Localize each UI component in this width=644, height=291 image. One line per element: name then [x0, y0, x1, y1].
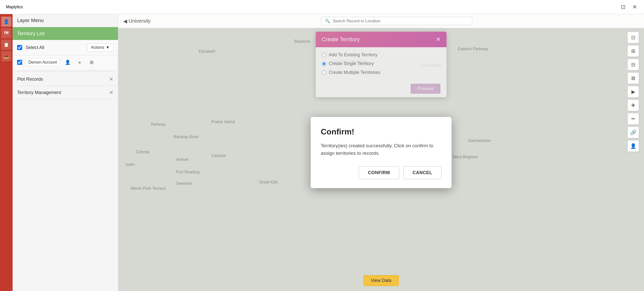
layer-menu-header: Layer Menu — [13, 14, 118, 27]
actions-button[interactable]: Actions ▼ — [87, 43, 113, 52]
app-title: Maplytics — [6, 5, 23, 9]
map-right-toolbar: ⊡ ⊞ ⊟ ⊠ ▶ + − 🔗 👤 — [627, 32, 639, 152]
actions-chevron-icon: ▼ — [106, 45, 110, 50]
actions-label: Actions — [91, 45, 104, 50]
select-all-label: Select All — [26, 45, 84, 50]
plot-records-close-button[interactable]: ✕ — [109, 76, 113, 82]
map-zoom-fit-button[interactable]: ⊡ — [627, 32, 639, 43]
map-tool-btn-3[interactable]: ⊠ — [627, 72, 639, 84]
confirm-message: Territory(ies) created successfully. Cli… — [321, 142, 441, 157]
map-toolbar: ◀ University 🔍 — [118, 14, 644, 28]
ct-create-multiple-radio[interactable] — [322, 70, 326, 75]
resize-button[interactable]: ⊡ — [620, 3, 626, 11]
sidebar-icon-download[interactable]: 📥 — [1, 51, 11, 61]
account-territory-icon-btn[interactable]: ⊞ — [87, 58, 96, 67]
titlebar-controls: ⊡ ✕ — [620, 3, 638, 11]
ct-add-existing-radio[interactable] — [322, 53, 326, 57]
map-area[interactable]: Bayonne Elizabeth Upper New York Bay Rah… — [118, 14, 644, 291]
map-tool-btn-1[interactable]: ⊞ — [627, 45, 639, 57]
back-arrow-icon: ◀ — [123, 18, 127, 24]
account-marker-icon-btn[interactable]: ● — [75, 58, 84, 67]
ct-proceed-button[interactable]: Proceed — [411, 84, 440, 94]
territory-list-label: Territory List — [17, 31, 45, 36]
ct-close-button[interactable]: ✕ — [436, 36, 440, 43]
territory-list-header: Territory List — [13, 27, 118, 40]
confirm-buttons: CONFIRM CANCEL — [321, 166, 441, 179]
main-area: 👤 🗺 📋 📥 Layer Menu Territory List Select… — [0, 14, 644, 291]
account-row: Demon Account 👤 ● ⊞ — [13, 55, 118, 69]
confirm-title: Confirm! — [321, 127, 441, 136]
search-icon: 🔍 — [325, 19, 330, 23]
ct-create-single-label: Create Single Territory — [329, 61, 374, 66]
create-territory-modal: Create Territory ✕ Add To Existing Terri… — [316, 32, 447, 97]
bottom-banner-label: View Data — [371, 278, 391, 283]
ct-option-add-existing: Add To Existing Territory — [322, 52, 440, 58]
ct-body: Add To Existing Territory Create Single … — [316, 47, 447, 80]
account-checkbox[interactable] — [17, 60, 22, 65]
ct-title: Create Territory — [322, 36, 360, 43]
ct-header: Create Territory ✕ — [316, 32, 447, 47]
select-all-checkbox[interactable] — [17, 45, 22, 50]
map-person-button[interactable]: 👤 — [627, 140, 639, 152]
map-zoom-in-button[interactable]: + — [627, 100, 639, 111]
map-zoom-out-button[interactable]: − — [627, 113, 639, 125]
cancel-button[interactable]: CANCEL — [403, 166, 441, 179]
map-link-button[interactable]: 🔗 — [627, 127, 639, 138]
ct-create-multiple-label: Create Multiple Territories — [329, 70, 380, 75]
account-person-icon-btn[interactable]: 👤 — [63, 58, 72, 67]
ct-option-create-multiple: Create Multiple Territories — [322, 70, 440, 75]
back-label: University — [129, 18, 151, 24]
map-search-bar[interactable]: 🔍 — [321, 17, 472, 25]
ct-add-existing-label: Add To Existing Territory — [329, 52, 377, 58]
sidebar-icon-list[interactable]: 📋 — [1, 40, 11, 50]
close-button[interactable]: ✕ — [631, 3, 638, 11]
titlebar: Maplytics ⊡ ✕ — [0, 0, 644, 14]
map-tool-btn-4[interactable]: ▶ — [627, 86, 639, 98]
map-bottom-banner[interactable]: View Data — [364, 275, 399, 286]
panel-divider — [17, 71, 113, 71]
layer-menu-label: Layer Menu — [17, 18, 44, 23]
confirm-button[interactable]: CONFIRM — [359, 166, 399, 179]
map-tool-btn-2[interactable]: ⊟ — [627, 59, 639, 70]
sidebar-icon-person[interactable]: 👤 — [1, 17, 11, 27]
territory-management-section: Territory Management ✕ — [13, 86, 118, 99]
territory-management-label: Territory Management — [17, 90, 61, 95]
plot-records-section: Plot Records ✕ — [13, 73, 118, 86]
ct-footer: Proceed — [316, 80, 447, 97]
confirm-dialog: Confirm! Territory(ies) created successf… — [311, 117, 452, 188]
map-search-input[interactable] — [333, 19, 468, 23]
plot-records-label: Plot Records — [17, 77, 43, 82]
ct-option-create-single: Create Single Territory — [322, 61, 440, 66]
left-panel: Layer Menu Territory List Select All Act… — [13, 14, 118, 291]
sidebar-icon-map[interactable]: 🗺 — [1, 28, 11, 38]
sidebar-icons: 👤 🗺 📋 📥 — [0, 14, 13, 291]
ct-create-single-radio[interactable] — [322, 62, 326, 66]
select-all-row: Select All Actions ▼ — [13, 40, 118, 55]
map-back-button[interactable]: ◀ University — [123, 18, 151, 24]
account-name-badge: Demon Account — [25, 59, 60, 66]
territory-management-close-button[interactable]: ✕ — [109, 89, 113, 95]
